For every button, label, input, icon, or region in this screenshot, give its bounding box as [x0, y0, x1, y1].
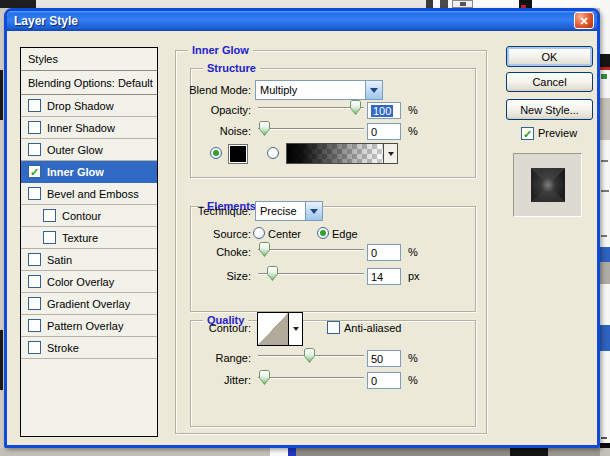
size-unit: px	[408, 270, 420, 282]
blend-mode-value: Multiply	[256, 81, 365, 99]
preview-label: Preview	[538, 127, 577, 139]
style-preview-box	[513, 153, 582, 217]
gradient-preview[interactable]	[287, 144, 384, 163]
contour-thumbnail[interactable]	[258, 313, 289, 345]
gradient-overlay-checkbox[interactable]	[28, 297, 41, 310]
anti-aliased-checkbox[interactable]	[327, 321, 340, 334]
elements-group: Elements	[190, 206, 476, 312]
size-label: Size:	[167, 270, 251, 282]
list-item-color-overlay[interactable]: Color Overlay	[21, 271, 157, 293]
chevron-down-icon[interactable]	[305, 202, 322, 220]
list-item-bevel-and-emboss[interactable]: Bevel and Emboss	[21, 183, 157, 205]
panel-title: Inner Glow	[188, 43, 253, 58]
styles-list: Styles Blending Options: Default Drop Sh…	[20, 47, 158, 437]
size-slider[interactable]	[258, 266, 364, 282]
solid-color-radio[interactable]	[210, 147, 222, 159]
noise-unit: %	[408, 125, 418, 137]
gradient-picker[interactable]	[286, 143, 398, 164]
chevron-down-icon[interactable]	[365, 81, 382, 99]
list-item-drop-shadow[interactable]: Drop Shadow	[21, 95, 157, 117]
blend-mode-label: Blend Mode:	[167, 84, 251, 96]
list-item-stroke[interactable]: Stroke	[21, 337, 157, 359]
list-item-gradient-overlay[interactable]: Gradient Overlay	[21, 293, 157, 315]
range-unit: %	[408, 352, 418, 364]
contour-checkbox[interactable]	[43, 209, 56, 222]
jitter-slider-thumb[interactable]	[259, 370, 270, 385]
chevron-down-icon[interactable]	[384, 144, 397, 163]
dialog-client-area: Styles Blending Options: Default Drop Sh…	[7, 31, 597, 445]
noise-slider-thumb[interactable]	[259, 121, 270, 136]
source-center-label: Center	[268, 228, 301, 240]
choke-slider[interactable]	[258, 242, 364, 258]
gradient-radio[interactable]	[267, 147, 279, 159]
list-item-contour[interactable]: Contour	[21, 205, 157, 227]
stroke-checkbox[interactable]	[28, 341, 41, 354]
satin-checkbox[interactable]	[28, 253, 41, 266]
bevel-emboss-checkbox[interactable]	[28, 187, 41, 200]
dialog-title: Layer Style	[14, 14, 78, 28]
opacity-unit: %	[408, 104, 418, 116]
technique-label: Technique:	[167, 205, 251, 217]
choke-slider-thumb[interactable]	[259, 242, 270, 257]
opacity-slider[interactable]	[258, 100, 364, 116]
opacity-label: Opacity:	[167, 104, 251, 116]
new-style-button[interactable]: New Style...	[506, 99, 593, 120]
noise-label: Noise:	[167, 125, 251, 137]
choke-label: Choke:	[167, 246, 251, 258]
color-overlay-checkbox[interactable]	[28, 275, 41, 288]
range-field[interactable]: 50	[367, 350, 401, 367]
ok-button[interactable]: OK	[506, 46, 593, 67]
choke-unit: %	[408, 246, 418, 258]
preview-checkbox[interactable]: ✓	[521, 127, 534, 140]
styles-list-header[interactable]: Styles	[21, 48, 157, 71]
contour-picker[interactable]	[257, 312, 303, 346]
list-item-outer-glow[interactable]: Outer Glow	[21, 139, 157, 161]
size-field[interactable]: 14	[367, 268, 401, 285]
source-edge-label: Edge	[332, 228, 358, 240]
style-preview-thumbnail	[531, 168, 565, 202]
pattern-overlay-checkbox[interactable]	[28, 319, 41, 332]
close-button[interactable]: ✕	[574, 12, 594, 29]
drop-shadow-checkbox[interactable]	[28, 99, 41, 112]
choke-field[interactable]: 0	[367, 244, 401, 261]
outer-glow-checkbox[interactable]	[28, 143, 41, 156]
noise-field[interactable]: 0	[367, 123, 401, 140]
technique-select[interactable]: Precise	[255, 201, 323, 221]
check-icon: ✓	[30, 167, 39, 177]
list-item-inner-glow[interactable]: ✓ Inner Glow	[21, 161, 157, 183]
cancel-button[interactable]: Cancel	[506, 72, 593, 92]
opacity-field[interactable]: 100	[367, 102, 401, 119]
range-slider-thumb[interactable]	[304, 348, 315, 363]
list-item-satin[interactable]: Satin	[21, 249, 157, 271]
noise-slider[interactable]	[258, 121, 364, 137]
blend-mode-select[interactable]: Multiply	[255, 80, 383, 100]
contour-label: Contour:	[167, 322, 251, 334]
jitter-field[interactable]: 0	[367, 372, 401, 389]
structure-group-title: Structure	[203, 61, 260, 76]
range-slider[interactable]	[258, 348, 364, 364]
layer-style-dialog: Layer Style ✕ Styles Blending Options: D…	[4, 8, 600, 448]
title-bar[interactable]: Layer Style ✕	[7, 11, 597, 31]
inner-shadow-checkbox[interactable]	[28, 121, 41, 134]
list-item-pattern-overlay[interactable]: Pattern Overlay	[21, 315, 157, 337]
source-label: Source:	[167, 228, 251, 240]
close-icon: ✕	[579, 14, 588, 28]
jitter-slider[interactable]	[258, 370, 364, 386]
opacity-slider-thumb[interactable]	[350, 100, 361, 115]
size-slider-thumb[interactable]	[267, 266, 278, 281]
anti-aliased-label: Anti-aliased	[344, 322, 401, 334]
check-icon: ✓	[523, 129, 532, 139]
source-edge-radio[interactable]	[317, 227, 329, 239]
chevron-down-icon[interactable]	[289, 313, 302, 345]
inner-glow-checkbox[interactable]: ✓	[28, 165, 41, 178]
list-item-texture[interactable]: Texture	[21, 227, 157, 249]
texture-checkbox[interactable]	[43, 231, 56, 244]
source-center-radio[interactable]	[253, 227, 265, 239]
technique-value: Precise	[256, 202, 305, 220]
jitter-unit: %	[408, 374, 418, 386]
list-item-inner-shadow[interactable]: Inner Shadow	[21, 117, 157, 139]
glow-color-swatch[interactable]	[228, 144, 248, 164]
jitter-label: Jitter:	[167, 374, 251, 386]
list-item-blending-options[interactable]: Blending Options: Default	[21, 71, 157, 95]
range-label: Range:	[167, 352, 251, 364]
